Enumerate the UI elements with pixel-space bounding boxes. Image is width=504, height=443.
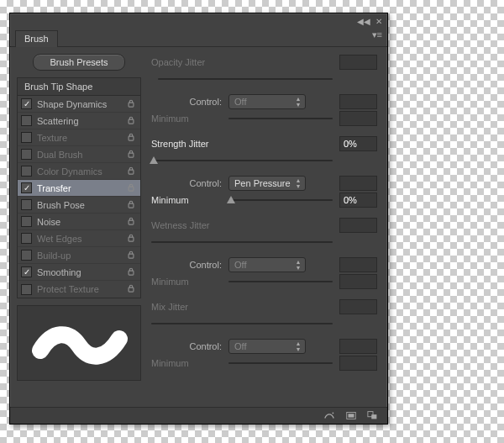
wetness-control-linkbox[interactable] <box>339 257 377 272</box>
option-row-dual-brush[interactable]: Dual Brush <box>18 146 140 163</box>
wetness-control-dropdown[interactable]: Off ▴▾ <box>228 257 306 272</box>
option-label: Shape Dynamics <box>37 99 125 109</box>
mix-control-linkbox[interactable] <box>339 339 377 354</box>
lock-icon[interactable] <box>125 150 137 160</box>
lock-icon[interactable] <box>125 217 137 227</box>
mix-jitter-value[interactable] <box>339 299 377 314</box>
dropdown-arrows-icon: ▴▾ <box>297 177 300 189</box>
toggle-preview-icon[interactable] <box>323 410 335 422</box>
wetness-control-value: Off <box>234 260 246 270</box>
svg-rect-5 <box>129 187 134 191</box>
lock-icon[interactable] <box>125 183 137 193</box>
checkbox[interactable] <box>21 149 32 160</box>
lock-icon[interactable] <box>125 251 137 261</box>
option-row-shape-dynamics[interactable]: ✓Shape Dynamics <box>18 96 140 113</box>
option-row-transfer[interactable]: ✓Transfer <box>18 180 140 197</box>
opacity-jitter-group: Opacity Jitter Control: Off ▴▾ <box>151 54 377 127</box>
checkbox[interactable] <box>21 233 32 244</box>
wetness-jitter-slider[interactable] <box>151 241 333 243</box>
control-label: Control: <box>151 178 222 188</box>
opacity-jitter-slider[interactable] <box>158 78 333 80</box>
opacity-control-linkbox[interactable] <box>339 94 377 109</box>
mix-control-value: Off <box>234 341 246 351</box>
mix-min-value[interactable] <box>339 356 377 371</box>
checkbox[interactable] <box>21 284 32 295</box>
dock-icon[interactable] <box>367 410 379 422</box>
option-row-build-up[interactable]: Build-up <box>18 247 140 264</box>
checkbox[interactable] <box>21 132 32 143</box>
checkbox[interactable]: ✓ <box>21 182 32 193</box>
brush-preview <box>17 305 141 381</box>
svg-rect-16 <box>371 414 376 419</box>
dropdown-arrows-icon: ▴▾ <box>297 340 300 352</box>
brush-panel: ◀◀ ✕ Brush ▾≡ Brush Presets Brush Tip Sh… <box>9 13 388 425</box>
lock-icon[interactable] <box>125 116 137 126</box>
svg-point-12 <box>333 412 334 414</box>
strength-min-value[interactable]: 0% <box>339 192 377 208</box>
strength-min-slider[interactable] <box>228 199 333 201</box>
brush-tip-shape-label: Brush Tip Shape <box>24 82 92 92</box>
dropdown-arrows-icon: ▴▾ <box>297 259 300 271</box>
opacity-jitter-value[interactable] <box>339 55 377 70</box>
strength-control-linkbox[interactable] <box>339 176 377 191</box>
svg-rect-4 <box>129 170 134 174</box>
option-row-scattering[interactable]: Scattering <box>18 113 140 129</box>
lock-icon[interactable] <box>125 166 137 177</box>
mix-min-slider[interactable] <box>228 362 333 364</box>
svg-rect-3 <box>129 153 134 157</box>
opacity-min-value[interactable] <box>339 111 377 126</box>
panel-menu-icon[interactable]: ▾≡ <box>372 29 382 40</box>
close-icon[interactable]: ✕ <box>375 17 382 26</box>
option-row-color-dynamics[interactable]: Color Dynamics <box>18 163 140 180</box>
checkbox[interactable] <box>21 216 32 227</box>
checkbox[interactable] <box>21 115 32 126</box>
lock-icon[interactable] <box>125 200 137 210</box>
strength-jitter-slider[interactable] <box>151 160 333 161</box>
lock-icon[interactable] <box>125 133 137 143</box>
collapse-icon[interactable]: ◀◀ <box>357 17 370 26</box>
brush-stroke-icon <box>29 314 129 372</box>
brush-presets-button[interactable]: Brush Presets <box>33 54 125 71</box>
opacity-min-slider[interactable] <box>228 118 333 119</box>
control-label: Control: <box>151 260 222 270</box>
lock-icon[interactable] <box>125 99 137 109</box>
lock-icon[interactable] <box>125 267 137 277</box>
option-row-brush-pose[interactable]: Brush Pose <box>18 197 140 214</box>
lock-icon[interactable] <box>125 234 137 244</box>
checkbox[interactable] <box>21 199 32 210</box>
mix-control-dropdown[interactable]: Off ▴▾ <box>228 339 306 354</box>
option-row-protect-texture[interactable]: Protect Texture <box>18 281 140 298</box>
option-row-texture[interactable]: Texture <box>18 129 140 146</box>
checkbox[interactable] <box>21 250 32 261</box>
tab-label: Brush <box>24 34 49 44</box>
opacity-control-value: Off <box>234 97 246 107</box>
wetness-min-value[interactable] <box>339 274 377 289</box>
checkbox[interactable] <box>21 166 32 177</box>
mix-jitter-slider[interactable] <box>151 323 333 324</box>
strength-jitter-group: Strength Jitter 0% Control: Pen Pressure… <box>151 135 377 208</box>
strength-jitter-value[interactable]: 0% <box>339 136 377 151</box>
option-label: Build-up <box>37 251 125 261</box>
checkbox[interactable]: ✓ <box>21 98 32 109</box>
svg-rect-2 <box>129 136 134 140</box>
checkbox[interactable]: ✓ <box>21 266 32 277</box>
mix-jitter-group: Mix Jitter Control: Off ▴▾ <box>151 298 377 372</box>
wetness-jitter-value[interactable] <box>339 218 377 233</box>
opacity-jitter-label: Opacity Jitter <box>151 57 222 67</box>
brush-tip-shape-header[interactable]: Brush Tip Shape <box>18 78 140 96</box>
wetness-min-slider[interactable] <box>228 281 333 282</box>
option-label: Wet Edges <box>37 234 125 244</box>
option-row-noise[interactable]: Noise <box>18 214 140 230</box>
option-row-smoothing[interactable]: ✓Smoothing <box>18 264 140 281</box>
opacity-control-dropdown[interactable]: Off ▴▾ <box>228 94 306 109</box>
control-label: Control: <box>151 341 222 351</box>
new-preset-icon[interactable] <box>345 410 357 422</box>
strength-control-dropdown[interactable]: Pen Pressure ▴▾ <box>228 176 306 191</box>
option-row-wet-edges[interactable]: Wet Edges <box>18 230 140 247</box>
tab-bar: Brush ▾≡ <box>10 29 387 47</box>
option-label: Dual Brush <box>37 150 125 160</box>
tab-brush[interactable]: Brush <box>15 30 58 47</box>
lock-icon[interactable] <box>125 284 137 294</box>
svg-rect-9 <box>129 254 134 258</box>
brush-presets-label: Brush Presets <box>50 57 108 67</box>
